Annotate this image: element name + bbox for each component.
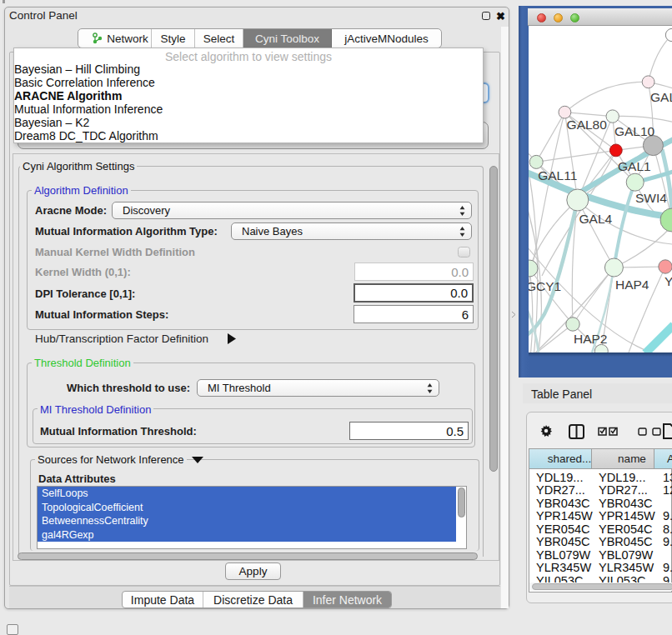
svg-text:GCY1: GCY1 [529,279,561,293]
svg-text:SWI4: SWI4 [635,191,667,205]
svg-text:HAP2: HAP2 [574,332,608,346]
svg-text:GAL: GAL [650,90,672,104]
svg-text:GAL1: GAL1 [618,159,651,173]
svg-text:Y: Y [664,274,672,288]
svg-text:GAL80: GAL80 [567,118,608,132]
svg-text:HAP4: HAP4 [615,278,649,292]
svg-text:GAL10: GAL10 [614,124,655,138]
svg-text:GAL4: GAL4 [579,212,613,226]
svg-text:GAL11: GAL11 [538,168,577,182]
